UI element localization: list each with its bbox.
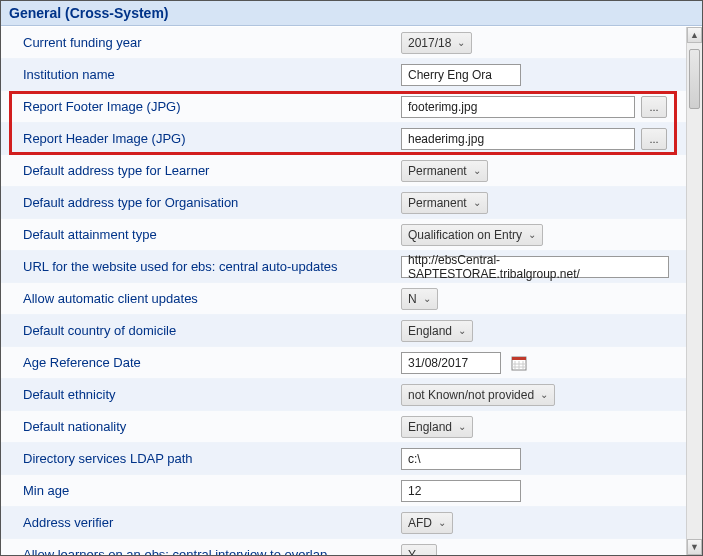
setting-control: Permanent⌄ — [401, 160, 686, 182]
setting-row: Address verifierAFD⌄ — [1, 507, 686, 539]
dropdown-value: England — [408, 420, 452, 434]
dropdown-value: Y — [408, 548, 416, 556]
setting-control: Permanent⌄ — [401, 192, 686, 214]
setting-label: Directory services LDAP path — [23, 451, 401, 466]
dropdown-value: Qualification on Entry — [408, 228, 522, 242]
scroll-thumb[interactable] — [689, 49, 700, 109]
setting-row: Report Header Image (JPG)headerimg.jpg..… — [1, 123, 686, 155]
setting-row: Default ethnicitynot Known/not provided⌄ — [1, 379, 686, 411]
svg-rect-1 — [512, 357, 526, 360]
setting-control: c:\ — [401, 448, 686, 470]
setting-label: Default address type for Organisation — [23, 195, 401, 210]
dropdown[interactable]: 2017/18⌄ — [401, 32, 472, 54]
chevron-down-icon: ⌄ — [438, 517, 446, 528]
setting-row: Min age12 — [1, 475, 686, 507]
setting-control: Qualification on Entry⌄ — [401, 224, 686, 246]
setting-row: Institution nameCherry Eng Ora — [1, 59, 686, 91]
chevron-down-icon: ⌄ — [540, 389, 548, 400]
setting-control: headerimg.jpg... — [401, 128, 686, 150]
dropdown-value: Permanent — [408, 164, 467, 178]
setting-label: URL for the website used for ebs: centra… — [23, 259, 401, 274]
chevron-down-icon: ⌄ — [528, 229, 536, 240]
chevron-down-icon: ⌄ — [422, 549, 430, 555]
setting-control: England⌄ — [401, 320, 686, 342]
setting-row: Default attainment typeQualification on … — [1, 219, 686, 251]
date-input[interactable]: 31/08/2017 — [401, 352, 501, 374]
calendar-icon[interactable] — [511, 355, 527, 371]
setting-label: Default ethnicity — [23, 387, 401, 402]
setting-label: Report Header Image (JPG) — [23, 131, 401, 146]
dropdown[interactable]: England⌄ — [401, 320, 473, 342]
setting-row: Allow learners on an ebs: central interv… — [1, 539, 686, 555]
chevron-down-icon: ⌄ — [458, 421, 466, 432]
chevron-down-icon: ⌄ — [457, 37, 465, 48]
vertical-scrollbar[interactable]: ▲ ▼ — [686, 27, 702, 555]
setting-label: Allow automatic client updates — [23, 291, 401, 306]
setting-label: Age Reference Date — [23, 355, 401, 370]
dropdown-value: 2017/18 — [408, 36, 451, 50]
text-input[interactable]: http://ebsCentral-SAPTESTORAE.tribalgrou… — [401, 256, 669, 278]
setting-label: Institution name — [23, 67, 401, 82]
setting-row: Allow automatic client updatesN⌄ — [1, 283, 686, 315]
setting-label: Min age — [23, 483, 401, 498]
setting-row: Age Reference Date31/08/2017 — [1, 347, 686, 379]
dropdown[interactable]: Y⌄ — [401, 544, 437, 556]
setting-row: Default nationalityEngland⌄ — [1, 411, 686, 443]
setting-row: Current funding year2017/18⌄ — [1, 27, 686, 59]
settings-content: Current funding year2017/18⌄Institution … — [1, 27, 686, 555]
scroll-down-arrow[interactable]: ▼ — [687, 539, 702, 555]
file-path-input[interactable]: footerimg.jpg — [401, 96, 635, 118]
panel-title: General (Cross-System) — [9, 5, 169, 21]
chevron-down-icon: ⌄ — [423, 293, 431, 304]
setting-control: Y⌄ — [401, 544, 686, 556]
settings-panel: General (Cross-System) Current funding y… — [0, 0, 703, 556]
dropdown-value: N — [408, 292, 417, 306]
setting-label: Default attainment type — [23, 227, 401, 242]
chevron-down-icon: ⌄ — [473, 165, 481, 176]
setting-control: England⌄ — [401, 416, 686, 438]
chevron-down-icon: ⌄ — [458, 325, 466, 336]
setting-row: Directory services LDAP pathc:\ — [1, 443, 686, 475]
file-path-input[interactable]: headerimg.jpg — [401, 128, 635, 150]
setting-label: Address verifier — [23, 515, 401, 530]
setting-control: Cherry Eng Ora — [401, 64, 686, 86]
text-input[interactable]: Cherry Eng Ora — [401, 64, 521, 86]
dropdown[interactable]: not Known/not provided⌄ — [401, 384, 555, 406]
dropdown[interactable]: England⌄ — [401, 416, 473, 438]
setting-label: Current funding year — [23, 35, 401, 50]
dropdown[interactable]: N⌄ — [401, 288, 438, 310]
setting-control: 12 — [401, 480, 686, 502]
dropdown-value: not Known/not provided — [408, 388, 534, 402]
setting-control: not Known/not provided⌄ — [401, 384, 686, 406]
setting-label: Allow learners on an ebs: central interv… — [23, 547, 401, 555]
dropdown[interactable]: Qualification on Entry⌄ — [401, 224, 543, 246]
panel-header: General (Cross-System) — [1, 1, 702, 26]
setting-control: 2017/18⌄ — [401, 32, 686, 54]
dropdown-value: Permanent — [408, 196, 467, 210]
setting-row: URL for the website used for ebs: centra… — [1, 251, 686, 283]
text-input[interactable]: c:\ — [401, 448, 521, 470]
setting-row: Report Footer Image (JPG)footerimg.jpg..… — [1, 91, 686, 123]
setting-control: footerimg.jpg... — [401, 96, 686, 118]
setting-label: Default country of domicile — [23, 323, 401, 338]
dropdown-value: AFD — [408, 516, 432, 530]
text-input[interactable]: 12 — [401, 480, 521, 502]
dropdown-value: England — [408, 324, 452, 338]
setting-control: http://ebsCentral-SAPTESTORAE.tribalgrou… — [401, 256, 686, 278]
setting-row: Default address type for LearnerPermanen… — [1, 155, 686, 187]
setting-control: 31/08/2017 — [401, 352, 686, 374]
dropdown[interactable]: AFD⌄ — [401, 512, 453, 534]
chevron-down-icon: ⌄ — [473, 197, 481, 208]
scroll-up-arrow[interactable]: ▲ — [687, 27, 702, 43]
setting-row: Default country of domicileEngland⌄ — [1, 315, 686, 347]
setting-control: N⌄ — [401, 288, 686, 310]
browse-button[interactable]: ... — [641, 128, 667, 150]
setting-label: Default address type for Learner — [23, 163, 401, 178]
dropdown[interactable]: Permanent⌄ — [401, 160, 488, 182]
browse-button[interactable]: ... — [641, 96, 667, 118]
setting-control: AFD⌄ — [401, 512, 686, 534]
dropdown[interactable]: Permanent⌄ — [401, 192, 488, 214]
setting-label: Default nationality — [23, 419, 401, 434]
setting-row: Default address type for OrganisationPer… — [1, 187, 686, 219]
setting-label: Report Footer Image (JPG) — [23, 99, 401, 114]
